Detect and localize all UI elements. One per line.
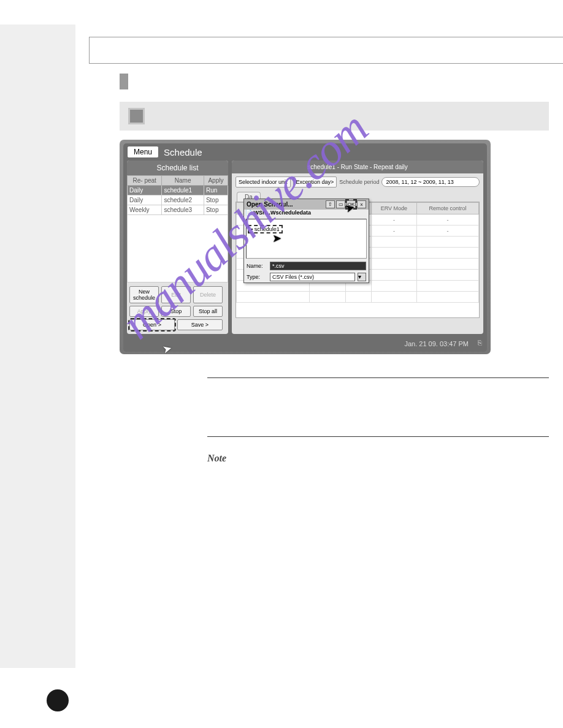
menu-button[interactable]: Menu <box>127 146 159 158</box>
open-button[interactable]: Open > <box>129 319 175 330</box>
dropdown-icon[interactable]: ▾ <box>358 273 366 281</box>
detail-table-wrap: Mode ERV Mode Remote control -- -- <box>236 202 480 318</box>
note-label: Note <box>207 453 549 464</box>
col-remote: Remote control <box>416 203 478 214</box>
step-number-box <box>128 108 145 124</box>
stopall-button[interactable]: Stop all <box>193 306 223 317</box>
col-erv-mode: ERV Mode <box>371 203 416 214</box>
selected-indoor-unit-button[interactable]: Selected indoor unit <box>236 176 291 188</box>
delete-button[interactable]: Delete <box>193 286 223 303</box>
step-bar <box>120 102 549 131</box>
app-title: Schedule <box>164 147 202 157</box>
period-label: Schedule period <box>339 180 379 185</box>
screenshot-panel: Menu Schedule Schedule list Re- peat Nam… <box>120 140 491 354</box>
new-schedule-button[interactable]: New schedule <box>129 286 159 303</box>
detail-controls: Selected indoor unit Exception day> Sche… <box>232 173 483 191</box>
save-button[interactable]: Save > <box>177 319 223 330</box>
detail-header: schedule1 - Run State - Repeat daily <box>232 161 483 173</box>
schedule-detail-pane: schedule1 - Run State - Repeat daily Sel… <box>232 161 483 334</box>
app-header: Menu Schedule <box>123 143 487 161</box>
close-button[interactable]: x <box>357 200 366 208</box>
status-timestamp: Jan. 21 09. 03:47 PM <box>404 340 469 347</box>
apply-button[interactable]: Apply <box>129 306 159 317</box>
dialog-file-list[interactable]: ▪ schedule1 ➤ <box>246 219 367 259</box>
schedule-buttons: New schedule Edit Delete Apply Stop Stop… <box>127 282 228 334</box>
schedule-list-pane: Schedule list Re- peat Name Apply Daily … <box>127 161 228 334</box>
list-empty-area <box>127 215 228 282</box>
page-number-dot <box>47 689 69 711</box>
col-name: Name <box>162 176 204 186</box>
dialog-title: Open Schedul... <box>247 201 324 208</box>
stop-button[interactable]: Stop <box>161 306 191 317</box>
type-select[interactable]: CSV Files (*.csv) <box>270 273 355 281</box>
table-row[interactable]: Daily schedule2 Stop <box>128 195 228 205</box>
new-folder-icon[interactable]: ▭ <box>336 200 345 208</box>
left-margin-strip <box>0 25 75 668</box>
table-row[interactable]: Daily schedule1 Run <box>128 186 228 195</box>
col-repeat: Re- peat <box>128 176 162 186</box>
col-apply: Apply <box>204 176 228 186</box>
content: Menu Schedule Schedule list Re- peat Nam… <box>120 74 549 464</box>
name-label: Name: <box>247 263 267 269</box>
status-bar: Jan. 21 09. 03:47 PM ⎘ <box>123 338 487 352</box>
schedule-list-table: Re- peat Name Apply Daily schedule1 Run … <box>127 175 228 215</box>
dialog-titlebar[interactable]: Open Schedul... ⇧ ▭ OK x <box>244 199 369 210</box>
open-schedule-dialog: Open Schedul... ⇧ ▭ OK x 📄 WSn...Wschedu… <box>243 199 369 283</box>
top-title-frame <box>89 37 563 64</box>
ok-button[interactable]: OK <box>347 200 356 208</box>
table-row[interactable]: Weekly schedule3 Stop <box>128 205 228 215</box>
section-marker <box>120 74 128 89</box>
name-input[interactable]: *.csv <box>270 262 366 270</box>
type-label: Type: <box>247 274 267 280</box>
period-value[interactable]: 2008, 11, 12 ~ 2009, 11, 13 <box>381 177 480 187</box>
dialog-path: 📄 WSn...Wscheduledata <box>244 210 369 217</box>
divider <box>207 377 549 378</box>
status-icon: ⎘ <box>478 339 482 346</box>
up-folder-icon[interactable]: ⇧ <box>326 200 335 208</box>
table-row <box>237 292 479 303</box>
schedule-list-header: Schedule list <box>127 161 228 175</box>
cursor-icon: ➤ <box>272 232 282 245</box>
edit-button[interactable]: Edit <box>161 286 191 303</box>
divider <box>207 436 549 437</box>
file-item[interactable]: ▪ schedule1 <box>248 225 283 233</box>
exception-day-button[interactable]: Exception day> <box>293 176 337 188</box>
instruction-area: Note <box>120 377 549 464</box>
